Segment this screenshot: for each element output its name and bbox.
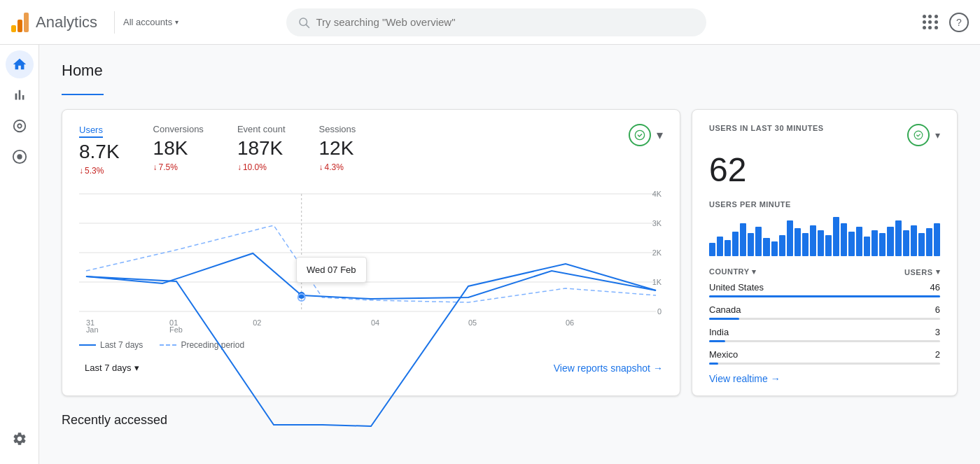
mini-bar: [918, 233, 925, 256]
svg-text:06: 06: [566, 318, 574, 327]
realtime-dropdown-icon[interactable]: ▾: [935, 129, 940, 141]
chevron-down-icon-3: ▾: [752, 267, 757, 276]
mini-bar: [810, 225, 816, 256]
metrics-dropdown-icon[interactable]: ▾: [657, 127, 663, 143]
metric-sessions-label: Sessions: [319, 124, 356, 134]
legend-dashed: Preceding period: [160, 340, 244, 350]
chevron-down-icon-4: ▾: [936, 267, 941, 276]
view-realtime-link[interactable]: View realtime →: [709, 373, 940, 384]
svg-text:Feb: Feb: [169, 325, 183, 334]
search-icon: [298, 16, 310, 29]
country-row: Canada 6: [709, 304, 940, 320]
svg-point-5: [635, 130, 644, 139]
mini-bar: [732, 232, 738, 256]
country-name: India: [709, 327, 729, 337]
country-name: Mexico: [709, 349, 738, 360]
sidebar-item-advertising[interactable]: [6, 143, 34, 171]
country-name: United States: [709, 282, 764, 293]
metric-conversions-value: 18K: [153, 137, 204, 160]
country-row: India 3: [709, 327, 940, 342]
mini-bar: [926, 228, 932, 256]
chevron-down-icon-2: ▾: [134, 363, 139, 373]
logo-bar-3: [24, 13, 29, 32]
solid-line-icon: [79, 344, 96, 346]
mini-bar: [763, 238, 769, 256]
country-col-header[interactable]: COUNTRY ▾: [709, 267, 756, 276]
country-name: Canada: [709, 304, 741, 315]
country-bar-fill: [709, 340, 725, 342]
logo-icon: [11, 13, 29, 32]
svg-text:1K: 1K: [652, 278, 662, 286]
topbar-divider: [114, 11, 115, 34]
arrow-right-icon-2: →: [771, 373, 780, 384]
svg-text:2K: 2K: [652, 248, 662, 257]
metric-conversions[interactable]: Conversions 18K ↓ 7.5%: [153, 124, 204, 172]
mini-bar: [717, 237, 723, 256]
country-table-header: COUNTRY ▾ USERS ▾: [709, 267, 940, 276]
metric-users-value: 8.7K: [79, 141, 120, 163]
sidebar-item-settings[interactable]: [6, 425, 34, 453]
mini-bar: [748, 233, 754, 256]
tab-indicator: [62, 94, 104, 95]
account-label: All accounts: [123, 17, 172, 27]
chart-legend: Last 7 days Preceding period: [79, 340, 663, 350]
country-value: 6: [935, 304, 940, 315]
chart-container: 4K 3K 2K 1K 0 31 Jan 01 Feb 02: [79, 187, 663, 329]
metric-events-value: 187K: [237, 137, 286, 160]
metric-events-label: Event count: [237, 124, 286, 134]
mini-bar: [833, 217, 839, 256]
svg-point-4: [17, 154, 22, 159]
apps-icon[interactable]: [923, 15, 938, 30]
chart-tooltip: Wed 07 Feb: [296, 257, 367, 283]
account-selector[interactable]: All accounts ▾: [123, 17, 178, 27]
view-reports-link[interactable]: View reports snapshot →: [554, 363, 663, 374]
app-title: Analytics: [36, 13, 97, 31]
mini-bar: [903, 230, 909, 256]
logo: Analytics: [11, 13, 97, 32]
country-value: 3: [935, 327, 940, 337]
mini-bar: [755, 227, 762, 256]
topbar: Analytics All accounts ▾ ?: [0, 0, 980, 45]
down-arrow-icon-4: ↓: [319, 162, 323, 172]
line-chart: 4K 3K 2K 1K 0 31 Jan 01 Feb 02: [79, 187, 663, 327]
metric-events[interactable]: Event count 187K ↓ 10.0%: [237, 124, 286, 172]
metrics-row: Users 8.7K ↓ 5.3% Conversions 18K ↓ 7.5%: [79, 124, 663, 176]
sidebar: [0, 45, 39, 464]
mini-bar: [771, 241, 778, 256]
help-icon[interactable]: ?: [949, 13, 969, 32]
mini-bar: [825, 235, 832, 256]
svg-text:0: 0: [657, 307, 662, 316]
legend-solid: Last 7 days: [79, 340, 143, 350]
metrics-actions: ▾: [629, 124, 663, 146]
logo-bar-1: [11, 25, 16, 32]
country-bar-bg: [709, 295, 940, 297]
users-col-header[interactable]: USERS ▾: [904, 267, 940, 276]
recently-accessed-title: Recently accessed: [62, 413, 958, 428]
mini-bar: [911, 225, 917, 256]
mini-bar: [864, 237, 870, 256]
metric-users-change: ↓ 5.3%: [79, 166, 120, 176]
mini-bar: [794, 228, 801, 256]
sidebar-item-reports[interactable]: [6, 81, 34, 109]
search-bar[interactable]: [286, 8, 706, 36]
chart-footer: Last 7 days ▾ View reports snapshot →: [79, 358, 663, 377]
logo-bar-2: [18, 20, 22, 32]
sidebar-item-home[interactable]: [6, 50, 34, 78]
cards-row: Users 8.7K ↓ 5.3% Conversions 18K ↓ 7.5%: [62, 109, 958, 396]
metric-sessions[interactable]: Sessions 12K ↓ 4.3%: [319, 124, 356, 172]
compare-check-button[interactable]: [629, 124, 651, 146]
country-row: Mexico 2: [709, 349, 940, 365]
metric-users-label: Users: [79, 125, 103, 138]
down-arrow-icon-3: ↓: [237, 162, 241, 172]
search-input[interactable]: [316, 16, 695, 28]
country-row: United States 46: [709, 282, 940, 297]
sidebar-item-explore[interactable]: [6, 112, 34, 140]
svg-point-2: [13, 120, 25, 132]
metric-events-change: ↓ 10.0%: [237, 162, 286, 172]
date-range-button[interactable]: Last 7 days ▾: [79, 358, 145, 377]
metric-users[interactable]: Users 8.7K ↓ 5.3%: [79, 124, 120, 176]
mini-bar: [779, 235, 785, 256]
realtime-check-button[interactable]: [907, 124, 930, 146]
mini-bar: [802, 233, 808, 256]
country-value: 2: [935, 349, 940, 360]
